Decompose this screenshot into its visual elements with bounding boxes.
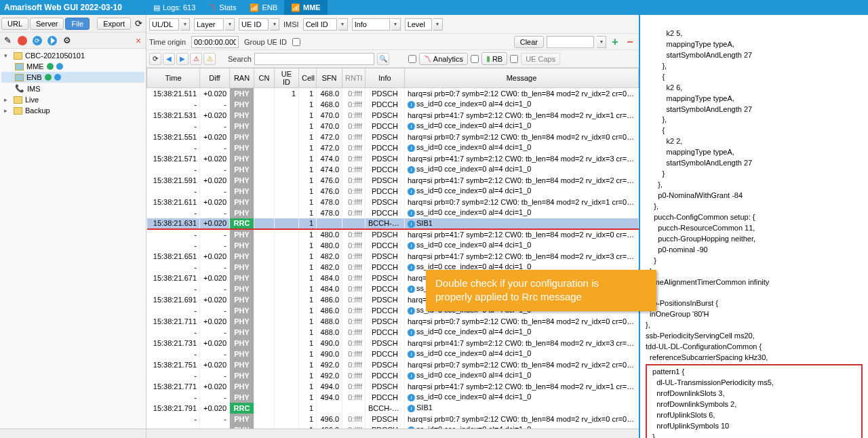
options-icon[interactable]: ⚙	[61, 35, 73, 47]
group-ueid-checkbox[interactable]	[292, 38, 300, 46]
log-row[interactable]: 15:38:21.651+0.020PHY1482.00:ffffPDSCHha…	[147, 251, 639, 262]
sidebar-scrollbar[interactable]	[0, 429, 146, 438]
analytics-button[interactable]: 〽Analytics	[419, 53, 468, 65]
log-row[interactable]: 15:38:21.771+0.020PHY1494.00:ffffPDSCHha…	[147, 381, 639, 392]
detail-panel[interactable]: k2 5, mappingType typeA, startSymbolAndL…	[640, 15, 868, 438]
column-header[interactable]: CN	[254, 68, 275, 88]
uldl-filter[interactable]	[149, 18, 179, 31]
expand-icon[interactable]: ▸	[4, 107, 11, 114]
column-header[interactable]: UE ID	[275, 68, 299, 88]
log-row[interactable]: --PHY1476.00:ffffPDCCHiss_id=0 cce_index…	[147, 186, 639, 197]
log-row[interactable]: 15:38:21.791+0.020RRC1BCCH-NRiSIB1	[147, 403, 639, 414]
next-icon[interactable]: ▶	[176, 53, 189, 65]
analytics-checkbox[interactable]	[408, 55, 416, 63]
column-header[interactable]: SFN	[317, 68, 342, 88]
chevron-down-icon[interactable]: ▾	[225, 18, 235, 31]
log-row[interactable]: --PHY1472.00:ffffPDCCHiss_id=0 cce_index…	[147, 142, 639, 153]
log-row[interactable]: --PHY1496.00:ffffPDSCHharq=si prb=0:7 sy…	[147, 414, 639, 424]
log-row[interactable]: --PHY1492.00:ffffPDCCHiss_id=0 cce_index…	[147, 370, 639, 381]
reload-icon[interactable]: ⟳	[31, 35, 43, 47]
rb-button[interactable]: ▮RB	[481, 52, 507, 65]
log-row[interactable]: --PHY1478.00:ffffPDCCHiss_id=0 cce_index…	[147, 207, 639, 218]
tab-logs[interactable]: ▤Logs: 613	[146, 0, 202, 15]
log-row[interactable]: --PHY1496.00:ffffPDCCHiss_id=0 cce_index…	[147, 424, 639, 429]
search-input[interactable]	[254, 53, 374, 65]
chevron-down-icon[interactable]: ▾	[270, 18, 279, 31]
chevron-down-icon[interactable]: ▾	[180, 18, 190, 31]
log-row[interactable]: 15:38:21.711+0.020PHY1488.00:ffffPDSCHha…	[147, 316, 639, 327]
column-header[interactable]: Cell	[299, 68, 317, 88]
remove-icon[interactable]: −	[624, 36, 636, 48]
time-origin-input[interactable]	[191, 36, 239, 48]
tree-ims[interactable]: 📞IMS	[1, 83, 144, 94]
info-icon: i	[408, 210, 415, 217]
log-row[interactable]: --PHY1470.00:ffffPDCCHiss_id=0 cce_index…	[147, 121, 639, 132]
tab-stats[interactable]: 〽Stats	[202, 0, 243, 15]
log-row[interactable]: 15:38:21.511+0.020PHY11468.00:ffffPDSCHh…	[147, 88, 639, 99]
log-row[interactable]: 15:38:21.591+0.020PHY1476.00:ffffPDSCHha…	[147, 175, 639, 186]
ueid-filter[interactable]	[239, 18, 269, 31]
column-header[interactable]: RNTI	[342, 68, 366, 88]
uecaps-checkbox[interactable]	[510, 55, 518, 63]
clear-button[interactable]: Clear	[514, 36, 544, 48]
chevron-down-icon[interactable]: ▾	[338, 18, 348, 31]
column-header[interactable]: Info	[366, 68, 405, 88]
tab-mme[interactable]: 📶MME	[284, 0, 328, 15]
error-icon[interactable]: ⚠	[190, 53, 202, 65]
level-filter[interactable]	[405, 18, 432, 31]
tree-live[interactable]: ▸Live	[1, 94, 144, 105]
tree-backup[interactable]: ▸Backup	[1, 105, 144, 116]
tree-mme[interactable]: MME	[1, 61, 144, 72]
cellid-filter[interactable]	[303, 18, 337, 31]
log-row[interactable]: --PHY1468.00:ffffPDCCHiss_id=0 cce_index…	[147, 99, 639, 110]
log-table-container[interactable]: TimeDiffRANCNUE IDCellSFNRNTIInfoMessage…	[146, 68, 639, 429]
url-button[interactable]: URL	[1, 18, 28, 30]
log-row[interactable]: 15:38:21.531+0.020PHY1470.00:ffffPDSCHha…	[147, 110, 639, 121]
column-header[interactable]: Message	[405, 68, 639, 88]
refresh-icon[interactable]: ⟳	[149, 53, 161, 65]
log-row[interactable]: --PHY1474.00:ffffPDCCHiss_id=0 cce_index…	[147, 164, 639, 175]
log-row[interactable]: 15:38:21.571+0.020PHY1474.00:ffffPDSCHha…	[147, 153, 639, 164]
log-row[interactable]: 15:38:21.731+0.020PHY1490.00:ffffPDSCHha…	[147, 338, 639, 349]
refresh-icon[interactable]: ⟳	[132, 18, 144, 30]
log-row[interactable]: --PHY1488.00:ffffPDCCHiss_id=0 cce_index…	[147, 327, 639, 338]
layer-filter[interactable]	[194, 18, 224, 31]
column-header[interactable]: RAN	[230, 68, 254, 88]
log-scrollbar[interactable]	[146, 429, 639, 438]
uecaps-button[interactable]: UE Caps	[521, 53, 560, 65]
log-row[interactable]: 15:38:21.751+0.020PHY1492.00:ffffPDSCHha…	[147, 359, 639, 370]
log-row[interactable]: --PHY1480.00:ffffPDSCHharq=si prb=41:7 s…	[147, 229, 639, 240]
collapse-icon[interactable]: ▾	[4, 52, 11, 59]
column-header[interactable]: Diff	[200, 68, 230, 88]
tab-enb[interactable]: 📶ENB	[243, 0, 284, 15]
prev-icon[interactable]: ◀	[163, 53, 175, 65]
chevron-down-icon[interactable]: ▾	[391, 18, 401, 31]
column-header[interactable]: Time	[147, 68, 200, 88]
log-row[interactable]: 15:38:21.551+0.020PHY1472.00:ffffPDSCHha…	[147, 132, 639, 142]
tree-root[interactable]: ▾CBC-2021050101	[1, 50, 144, 61]
info-icon: i	[408, 307, 415, 315]
server-button[interactable]: Server	[30, 18, 64, 30]
detail-highlight-box: pattern1 { dl-UL-TransmissionPeriodicity…	[646, 364, 863, 438]
chevron-down-icon[interactable]: ▾	[433, 18, 443, 31]
add-icon[interactable]: +	[609, 36, 621, 48]
info-filter[interactable]	[352, 18, 390, 31]
file-button[interactable]: File	[65, 18, 90, 30]
log-row[interactable]: 15:38:21.631+0.020RRC1BCCH-NRiSIB1	[147, 218, 639, 229]
stop-icon[interactable]	[16, 35, 28, 47]
wand-icon[interactable]: ✎	[1, 35, 14, 47]
play-icon[interactable]	[46, 35, 58, 47]
log-row[interactable]: --PHY1494.00:ffffPDCCHiss_id=0 cce_index…	[147, 392, 639, 403]
log-row[interactable]: --PHY1480.00:ffffPDCCHiss_id=0 cce_index…	[147, 240, 639, 251]
rb-checkbox[interactable]	[471, 55, 479, 63]
tree-enb[interactable]: ENB	[1, 72, 144, 83]
close-icon[interactable]: ×	[132, 35, 144, 47]
binoculars-icon[interactable]: 🔍	[377, 53, 389, 65]
add-filter-input[interactable]	[547, 36, 594, 48]
log-row[interactable]: --PHY1490.00:ffffPDCCHiss_id=0 cce_index…	[147, 349, 639, 359]
export-button[interactable]: Export	[97, 18, 131, 30]
chevron-down-icon[interactable]: ▾	[597, 36, 606, 48]
warning-icon[interactable]: ⚠	[203, 53, 216, 65]
expand-icon[interactable]: ▸	[4, 96, 11, 103]
log-row[interactable]: 15:38:21.611+0.020PHY1478.00:ffffPDSCHha…	[147, 197, 639, 207]
